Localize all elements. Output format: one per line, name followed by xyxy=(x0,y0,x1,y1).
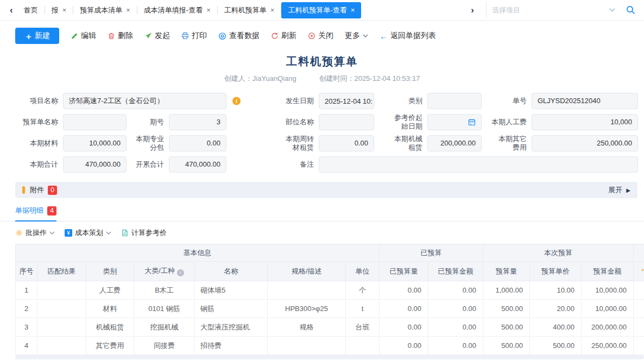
info-icon[interactable]: i xyxy=(232,97,241,105)
machine-fee-label: 本期机械 租赁 xyxy=(374,135,427,151)
cell-spec xyxy=(268,281,346,300)
cost-plan-button[interactable]: ¥ 成本策划 xyxy=(65,228,111,238)
cell-seq: 2 xyxy=(16,300,37,318)
close-tab-icon[interactable]: × xyxy=(270,7,275,14)
budget-name-field[interactable] xyxy=(63,114,127,130)
occur-date-field[interactable]: 2025-12-04 10: xyxy=(319,93,374,109)
view-data-button[interactable]: 查看数据 xyxy=(218,31,260,41)
other-fee-field[interactable]: 250,000.00 xyxy=(532,135,638,151)
batch-operation-button[interactable]: 批操作 xyxy=(15,228,55,238)
trash-icon xyxy=(108,32,115,40)
close-button[interactable]: 关闭 xyxy=(308,31,333,41)
gear-icon xyxy=(15,229,23,237)
table-row[interactable]: 2 材料 0101 钢筋 钢筋 HPB300>φ25 t 0.00 0.00 5… xyxy=(16,300,644,318)
print-button[interactable]: 打印 xyxy=(181,31,207,41)
refresh-button[interactable]: 刷新 xyxy=(271,31,296,41)
more-button[interactable]: 更多 xyxy=(345,31,368,41)
part-name-field[interactable] xyxy=(319,114,374,130)
cell-budget-price: 400.00 xyxy=(530,318,582,337)
back-to-list-button[interactable]: ← 返回单据列表 xyxy=(380,31,436,41)
turnover-fee-field[interactable]: 0.00 xyxy=(319,135,374,151)
horizontal-scrollbar[interactable] xyxy=(15,355,644,359)
attachment-marker-icon xyxy=(22,186,25,194)
table-row[interactable]: 3 机械租赁 挖掘机械 大型液压挖掘机 规格 台班 0.00 0.00 500.… xyxy=(16,318,644,337)
edit-button[interactable]: 编辑 xyxy=(71,31,96,41)
labor-fee-label: 本期人工费 xyxy=(482,114,532,130)
info-icon[interactable]: i xyxy=(177,269,184,276)
project-select[interactable]: 选择项目 xyxy=(486,2,621,18)
tabs-scroll-left-icon[interactable]: ‹ xyxy=(5,5,17,16)
budget-form: 项目名称 济邹高速7-2工区（金石公司） i 发生日期 2025-12-04 1… xyxy=(15,93,644,173)
delete-button[interactable]: 删除 xyxy=(108,31,133,41)
ref-price-start-label: 参考价起 始日期 xyxy=(374,114,427,130)
tab-detail[interactable]: 单据明细 4 xyxy=(15,206,56,221)
detail-count-badge: 4 xyxy=(47,206,56,216)
project-name-field-wrap: 济邹高速7-2工区（金石公司） i xyxy=(63,93,226,109)
triangle-right-icon: ▶ xyxy=(626,187,630,193)
remark-field[interactable] xyxy=(319,156,638,173)
sub-fee-field[interactable]: 0.00 xyxy=(169,135,226,151)
search-icon[interactable] xyxy=(626,5,635,15)
material-fee-field[interactable]: 10,000.00 xyxy=(63,135,127,151)
expand-button[interactable]: 展开 ▶ xyxy=(608,185,630,195)
table-row[interactable]: 4 其它费用 间接费 招待费 0.00 0.00 500.00 500.00 2… xyxy=(16,337,644,355)
cell-budget-amount: 10,000.00 xyxy=(582,281,634,300)
calc-ref-price-button[interactable]: 计算参考价 xyxy=(121,228,167,238)
tabbar-right-section: › 选择项目 xyxy=(466,2,639,18)
column-header-partial: * xyxy=(634,262,644,281)
labor-fee-field[interactable]: 10,000 xyxy=(532,114,638,130)
cell-spec: HPB300>φ25 xyxy=(268,300,346,318)
cell-budgeted-qty: 0.00 xyxy=(380,337,428,355)
cell-budget-qty: 500.00 xyxy=(483,337,530,355)
column-header-spec: 规格/描述 xyxy=(268,262,346,281)
period-no-label: 期号 xyxy=(127,114,169,130)
pencil-icon xyxy=(71,32,78,40)
ref-price-start-field[interactable] xyxy=(427,114,482,130)
close-tab-icon[interactable]: × xyxy=(62,7,67,14)
category-field[interactable] xyxy=(427,93,482,109)
cell-budgeted-qty: 0.00 xyxy=(380,318,428,337)
tab-truncated[interactable]: 报× xyxy=(45,2,73,18)
cell-seq: 1 xyxy=(16,281,37,300)
group-partial xyxy=(634,244,644,262)
tabs-scroll-right-icon[interactable]: › xyxy=(466,5,478,16)
batch-operations-row: 批操作 ¥ 成本策划 计算参考价 xyxy=(15,228,644,238)
cell-budgeted-amount: 0.00 xyxy=(428,300,483,318)
cell-name: 砌体墙5 xyxy=(195,281,268,300)
view-data-icon xyxy=(218,32,226,40)
part-name-label: 部位名称 xyxy=(226,114,319,130)
group-basic-info: 基本信息 xyxy=(16,244,380,262)
tab-budget-cost-list[interactable]: 预算成本清单× xyxy=(73,2,137,18)
table-row[interactable]: 1 人工费 B木工 砌体墙5 个 0.00 0.00 1,000.00 10.0… xyxy=(16,281,644,300)
tab-cost-list-fill-view[interactable]: 成本清单填报-查看× xyxy=(137,2,217,18)
cell-category: 其它费用 xyxy=(86,337,134,355)
cell-match xyxy=(37,300,86,318)
chevron-down-icon xyxy=(49,231,55,235)
machine-fee-field[interactable]: 200,000.00 xyxy=(427,135,482,151)
project-name-field[interactable]: 济邹高速7-2工区（金石公司） xyxy=(63,93,226,109)
cum-fee-field[interactable]: 470,000.00 xyxy=(169,156,226,173)
tab-home[interactable]: 首页 xyxy=(17,2,45,18)
close-circle-icon xyxy=(308,32,315,40)
detail-table: 基本信息 已预算 本次预算 序号 匹配结果 类别 大类/工种i 名称 规格/描述… xyxy=(15,244,644,355)
column-header-seq: 序号 xyxy=(16,262,37,281)
total-fee-field[interactable]: 470,000.00 xyxy=(63,156,127,173)
close-tab-icon[interactable]: × xyxy=(206,7,211,14)
close-tab-icon[interactable]: × xyxy=(351,7,355,14)
cum-fee-label: 开累合计 xyxy=(127,156,169,173)
cell-budgeted-qty: 0.00 xyxy=(380,281,428,300)
tab-glj-budget[interactable]: 工料机预算单× xyxy=(218,2,281,18)
new-button[interactable]: ＋ 新建 xyxy=(15,28,59,44)
doc-no-label: 单号 xyxy=(482,93,532,109)
period-no-field[interactable]: 3 xyxy=(169,114,226,130)
cell-category: 人工费 xyxy=(86,281,134,300)
doc-no-field[interactable]: GLJYSD202512040 xyxy=(532,93,638,109)
cell-partial xyxy=(634,281,644,300)
launch-button[interactable]: 发起 xyxy=(144,31,170,41)
close-tab-icon[interactable]: × xyxy=(126,7,130,14)
attachment-bar[interactable]: 附件 0 展开 ▶ xyxy=(15,182,637,198)
cell-budget-qty: 500.00 xyxy=(483,318,530,337)
tab-glj-budget-view-active[interactable]: 工料机预算单-查看× xyxy=(281,2,361,18)
cell-match xyxy=(37,281,86,300)
cell-budget-amount: 10,000.00 xyxy=(582,300,634,318)
